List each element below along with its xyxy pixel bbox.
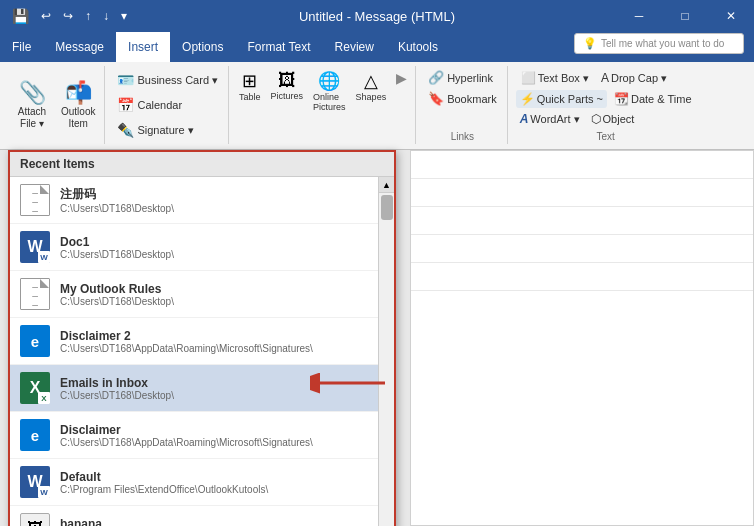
date-time-label: Date & Time <box>631 93 692 105</box>
signature-button[interactable]: ✒️ Signature ▾ <box>113 120 222 140</box>
item-name: 注册码 <box>60 186 174 203</box>
text-box-label: Text Box ▾ <box>538 72 589 85</box>
attach-file-button[interactable]: 📎 AttachFile ▾ <box>10 77 54 133</box>
calendar-button[interactable]: 📅 Calendar <box>113 95 222 115</box>
email-line <box>411 263 753 291</box>
list-item[interactable]: W W Doc1 C:\Users\DT168\Desktop\ <box>10 224 394 271</box>
ribbon-group-text: ⬜ Text Box ▾ A Drop Cap ▾ ⚡ Quick Parts … <box>510 66 702 144</box>
save-button[interactable]: 💾 <box>8 4 32 28</box>
object-button[interactable]: ⬡ Object <box>587 110 639 128</box>
links-group-label: Links <box>424 131 501 142</box>
doc-icon: ─── <box>20 278 50 310</box>
hyperlink-label: Hyperlink <box>447 72 493 84</box>
list-item[interactable]: W W Default C:\Program Files\ExtendOffic… <box>10 459 394 506</box>
item-name: Doc1 <box>60 235 174 249</box>
window-controls: ─ □ ✕ <box>616 0 754 32</box>
menu-review[interactable]: Review <box>323 32 386 62</box>
shapes-label: Shapes <box>356 92 387 102</box>
up-button[interactable]: ↑ <box>82 7 94 25</box>
close-button[interactable]: ✕ <box>708 0 754 32</box>
image-icon: 🖼 <box>20 513 50 526</box>
business-card-icon: 🪪 <box>117 72 134 88</box>
bookmark-icon: 🔖 <box>428 91 444 106</box>
dropdown-header: Recent Items <box>10 152 394 177</box>
word-art-button[interactable]: A WordArt ▾ <box>516 110 584 128</box>
undo-button[interactable]: ↩ <box>38 7 54 25</box>
object-label: Object <box>603 113 635 125</box>
item-path: C:\Users\DT168\AppData\Roaming\Microsoft… <box>60 343 313 354</box>
quick-parts-button[interactable]: ⚡ Quick Parts ~ <box>516 90 607 108</box>
outlook-item-button[interactable]: 📬 OutlookItem <box>56 77 100 133</box>
paperclip-icon: 📎 <box>19 80 46 106</box>
pictures-button[interactable]: 🖼 Pictures <box>267 68 308 114</box>
scrollbar[interactable]: ▲ ▼ <box>378 177 394 526</box>
item-path: C:\Users\DT168\Desktop\ <box>60 390 174 401</box>
email-compose-area <box>410 150 754 526</box>
shapes-icon: △ <box>364 70 378 92</box>
email-line <box>411 179 753 207</box>
tell-me-bar[interactable]: 💡 Tell me what you want to do <box>574 33 744 54</box>
table-button[interactable]: ⊞ Table <box>235 68 265 114</box>
quick-parts-icon: ⚡ <box>520 92 535 106</box>
email-line <box>411 235 753 263</box>
scroll-thumb[interactable] <box>381 195 393 220</box>
scroll-up-button[interactable]: ▲ <box>379 177 395 193</box>
item-text: Disclaimer C:\Users\DT168\AppData\Roamin… <box>60 423 313 448</box>
item-text: Disclaimer 2 C:\Users\DT168\AppData\Roam… <box>60 329 313 354</box>
hyperlink-button[interactable]: 🔗 Hyperlink <box>424 68 501 87</box>
calendar-icon: 📅 <box>117 97 134 113</box>
pictures-label: Pictures <box>271 91 304 101</box>
redo-button[interactable]: ↪ <box>60 7 76 25</box>
email-body-area[interactable] <box>411 291 753 491</box>
item-text: My Outlook Rules C:\Users\DT168\Desktop\ <box>60 282 174 307</box>
list-item[interactable]: ─── My Outlook Rules C:\Users\DT168\Desk… <box>10 271 394 318</box>
date-time-button[interactable]: 📆 Date & Time <box>610 90 696 108</box>
item-name: Disclaimer 2 <box>60 329 313 343</box>
online-pictures-button[interactable]: 🌐 OnlinePictures <box>309 68 350 114</box>
list-item[interactable]: ─── 注册码 C:\Users\DT168\Desktop\ <box>10 177 394 224</box>
main-content: Recent Items ▲ ▼ ─── 注册码 C:\Users\DT168\… <box>0 150 754 526</box>
file-icon: ─── <box>20 184 50 216</box>
signature-label: Signature ▾ <box>137 124 193 137</box>
outlook-e-icon2: e <box>20 419 50 451</box>
table-label: Table <box>239 92 261 102</box>
ribbon-group-names: 🪪 Business Card ▾ 📅 Calendar ✒️ Signatur… <box>107 66 229 144</box>
customize-button[interactable]: ▾ <box>118 7 130 25</box>
down-button[interactable]: ↓ <box>100 7 112 25</box>
word-icon2: W W <box>20 466 50 498</box>
list-item[interactable]: 🖼 banana C:\Users\DT168\Desktop\fruit\ <box>10 506 394 526</box>
attach-file-label: AttachFile ▾ <box>18 106 46 130</box>
outlook-e-icon: e <box>20 325 50 357</box>
text-box-button[interactable]: ⬜ Text Box ▾ <box>516 68 594 88</box>
online-pictures-icon: 🌐 <box>318 70 340 92</box>
signature-icon: ✒️ <box>117 122 134 138</box>
shapes-button[interactable]: △ Shapes <box>352 68 391 114</box>
drop-cap-button[interactable]: A Drop Cap ▾ <box>597 68 671 88</box>
menu-insert[interactable]: Insert <box>116 32 170 62</box>
minimize-button[interactable]: ─ <box>616 0 662 32</box>
pictures-icon: 🖼 <box>278 70 296 91</box>
ribbon-group-include: 📎 AttachFile ▾ 📬 OutlookItem <box>6 66 105 144</box>
arrow-indicator <box>310 368 390 402</box>
drop-cap-icon: A <box>601 71 609 85</box>
title-bar-left: 💾 ↩ ↪ ↑ ↓ ▾ <box>8 0 130 32</box>
menu-message[interactable]: Message <box>43 32 116 62</box>
list-item[interactable]: e Disclaimer 2 C:\Users\DT168\AppData\Ro… <box>10 318 394 365</box>
text-group-label: Text <box>516 131 696 142</box>
item-path: C:\Users\DT168\Desktop\ <box>60 249 174 260</box>
ribbon-group-illustrations: ⊞ Table 🖼 Pictures 🌐 OnlinePictures △ Sh… <box>231 66 416 144</box>
maximize-button[interactable]: □ <box>662 0 708 32</box>
item-path: C:\Users\DT168\AppData\Roaming\Microsoft… <box>60 437 313 448</box>
list-item[interactable]: e Disclaimer C:\Users\DT168\AppData\Roam… <box>10 412 394 459</box>
more-button[interactable]: ▶ <box>392 68 411 114</box>
menu-file[interactable]: File <box>0 32 43 62</box>
email-line <box>411 151 753 179</box>
word-icon: W W <box>20 231 50 263</box>
menu-format-text[interactable]: Format Text <box>235 32 322 62</box>
business-card-button[interactable]: 🪪 Business Card ▾ <box>113 70 222 90</box>
menu-options[interactable]: Options <box>170 32 235 62</box>
item-text: 注册码 C:\Users\DT168\Desktop\ <box>60 186 174 214</box>
outlook-item-label: OutlookItem <box>61 106 95 130</box>
bookmark-button[interactable]: 🔖 Bookmark <box>424 89 501 108</box>
menu-kutools[interactable]: Kutools <box>386 32 450 62</box>
